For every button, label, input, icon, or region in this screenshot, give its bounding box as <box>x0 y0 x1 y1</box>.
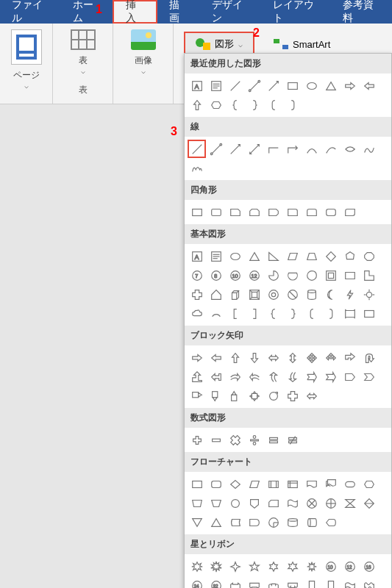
shape-plus[interactable] <box>188 285 206 304</box>
shape-arrR[interactable] <box>341 76 359 95</box>
shape-a3[interactable] <box>302 387 321 405</box>
shape-eqNeq[interactable] <box>283 431 302 449</box>
shape-st12[interactable]: 12 <box>341 557 359 576</box>
shape-arrL[interactable] <box>360 76 378 95</box>
shape-line[interactable] <box>226 76 244 95</box>
shape-bolt[interactable] <box>341 285 359 304</box>
shape-roundS[interactable] <box>341 203 359 221</box>
shape-lineA[interactable] <box>245 140 263 158</box>
shape-tri[interactable] <box>245 247 263 265</box>
tab-home[interactable]: ホーム <box>61 0 113 24</box>
shape-bent[interactable] <box>341 348 359 367</box>
shape-bevel[interactable] <box>245 285 263 304</box>
shape-fcSum[interactable] <box>302 494 321 512</box>
shape-fcProc[interactable] <box>188 475 206 493</box>
shape-lineR[interactable] <box>226 140 244 158</box>
shape-st5[interactable] <box>245 557 263 576</box>
shape-chev[interactable] <box>360 368 378 386</box>
shape-elbw[interactable] <box>264 140 282 158</box>
shape-fcDoc[interactable] <box>302 475 321 493</box>
shape-frame[interactable] <box>321 266 340 284</box>
shape-ribU[interactable] <box>226 576 244 588</box>
shape-bentU[interactable] <box>207 368 225 386</box>
shape-fcConn[interactable] <box>226 494 244 512</box>
shape-fcSort[interactable] <box>360 494 378 512</box>
shape-arrUD[interactable] <box>283 348 302 367</box>
shape-rrect[interactable] <box>207 203 225 221</box>
shape-chord[interactable] <box>283 266 302 284</box>
shape-brR[interactable] <box>245 96 263 114</box>
shape-round1[interactable] <box>283 203 302 221</box>
shape-ribD[interactable] <box>245 576 263 588</box>
shape-eqEq[interactable] <box>264 431 282 449</box>
shape-fcSeq[interactable] <box>264 513 282 531</box>
shape-plaque[interactable] <box>341 304 359 323</box>
shape-st10[interactable]: 10 <box>321 557 340 576</box>
tab-design[interactable]: デザイン <box>200 0 261 24</box>
shape-brkR[interactable] <box>245 304 263 323</box>
shape-curv3[interactable] <box>341 140 359 158</box>
shape-round2[interactable] <box>302 203 321 221</box>
shape-brR[interactable] <box>283 304 302 323</box>
tab-layout[interactable]: レイアウト <box>261 0 332 24</box>
shape-st32[interactable]: 32 <box>207 576 225 588</box>
shape-notR[interactable] <box>321 368 340 386</box>
shape-cloud[interactable] <box>188 304 206 323</box>
shape-txt[interactable]: A <box>188 76 206 95</box>
shape-st16[interactable]: 16 <box>360 557 378 576</box>
shape-tear[interactable] <box>302 266 321 284</box>
shape-fcTerm[interactable] <box>341 475 359 493</box>
shape-curvU[interactable] <box>264 368 282 386</box>
shape-eqMult[interactable] <box>226 431 244 449</box>
shape-fcDisk[interactable] <box>302 513 321 531</box>
shape-line2[interactable] <box>245 76 263 95</box>
shape-curvD[interactable] <box>283 368 302 386</box>
shape-arrD[interactable] <box>245 348 263 367</box>
shape-fcDelay[interactable] <box>245 513 263 531</box>
shape-plus2[interactable] <box>283 387 302 405</box>
shape-lineR[interactable] <box>264 76 282 95</box>
shape-arrU[interactable] <box>226 348 244 367</box>
shape-lup[interactable] <box>188 368 206 386</box>
shape-lshape[interactable] <box>360 266 378 284</box>
shape-snip2[interactable] <box>245 203 263 221</box>
shape-arrLR[interactable] <box>264 348 282 367</box>
shape-tri[interactable] <box>321 76 340 95</box>
shape-sun[interactable] <box>360 285 378 304</box>
shape-st24[interactable]: 24 <box>188 576 206 588</box>
shape-b1[interactable] <box>360 304 378 323</box>
shape-fcMulti[interactable] <box>321 475 340 493</box>
shape-brL[interactable] <box>226 96 244 114</box>
shape-wave2[interactable] <box>360 576 378 588</box>
shape-circ[interactable] <box>264 387 282 405</box>
shape-ribD2[interactable] <box>283 576 302 588</box>
shape-cube[interactable] <box>226 285 244 304</box>
shape-free[interactable] <box>360 140 378 158</box>
ribbon-group-table[interactable]: 表 ⌵ 表 <box>53 24 113 104</box>
shape-callD[interactable] <box>207 387 225 405</box>
shape-fcExt[interactable] <box>188 513 206 531</box>
shape-n10[interactable]: 10 <box>226 266 244 284</box>
shape-rect[interactable] <box>188 203 206 221</box>
shape-elbw2[interactable] <box>283 140 302 158</box>
tab-references[interactable]: 参考資料 <box>331 0 392 24</box>
shape-st6[interactable] <box>264 557 282 576</box>
shape-arc[interactable] <box>207 304 225 323</box>
shape-brkL[interactable] <box>226 304 244 323</box>
shape-fcMerge[interactable] <box>207 513 225 531</box>
shape-cbL[interactable] <box>264 96 282 114</box>
shape-no[interactable] <box>283 285 302 304</box>
shape-fcMan[interactable] <box>188 494 206 512</box>
shape-arrR[interactable] <box>188 348 206 367</box>
shape-exp2[interactable] <box>207 557 225 576</box>
tab-insert[interactable]: 挿入 <box>113 0 157 24</box>
shape-n8[interactable]: 8 <box>207 266 225 284</box>
shape-arrL[interactable] <box>207 348 225 367</box>
shape-exp1[interactable] <box>188 557 206 576</box>
shape-fcOr[interactable] <box>321 494 340 512</box>
shape-oval[interactable] <box>226 247 244 265</box>
shape-uturn[interactable] <box>360 348 378 367</box>
shape-donut[interactable] <box>264 285 282 304</box>
shape-fcDec[interactable] <box>226 475 244 493</box>
shape-ribV[interactable] <box>302 576 321 588</box>
